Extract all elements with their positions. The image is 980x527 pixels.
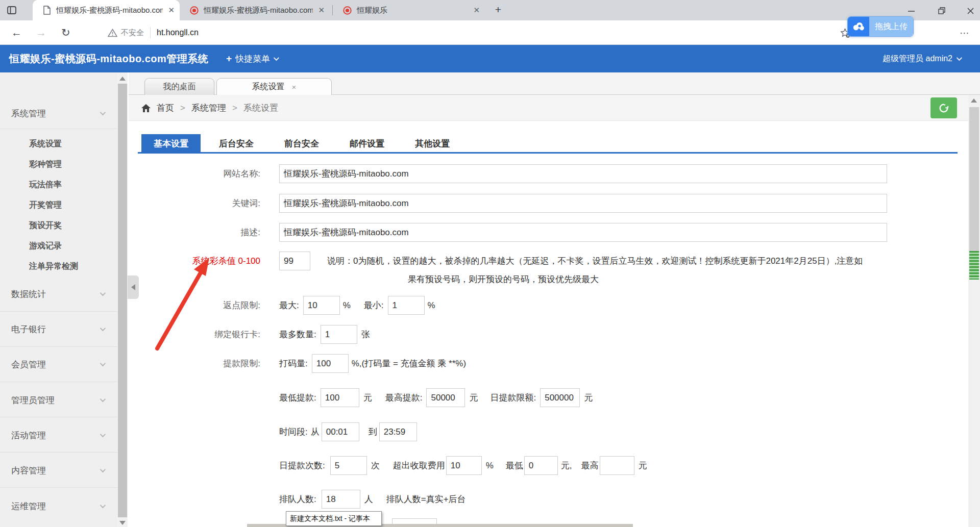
- sidebar-group-data-stats[interactable]: 数据统计: [0, 283, 117, 305]
- form-row-bank-card: 绑定银行卡: 最多数量: 张: [129, 325, 968, 344]
- scrollbar-green-marker: [969, 251, 979, 280]
- sidebar-group-ebank[interactable]: 电子银行: [0, 318, 117, 340]
- security-label: 不安全: [121, 28, 144, 38]
- rebate-min-label: 最小:: [364, 299, 384, 311]
- chevron-down-icon: [100, 325, 106, 331]
- sidebar-item-label: 彩种管理: [29, 159, 62, 170]
- sidebar-divider: [0, 311, 117, 312]
- browser-tab-strip: 恒耀娱乐-蜜桃源码-mitaobo.com ✕ 恒耀娱乐-蜜桃源码-mitaob…: [0, 0, 980, 20]
- url-text: ht.hongll.cn: [157, 28, 199, 37]
- kill-value-input[interactable]: [279, 252, 310, 270]
- breadcrumb-home[interactable]: 首页: [157, 102, 174, 114]
- browser-menu-icon[interactable]: ⋯: [960, 20, 969, 45]
- fee-min-input[interactable]: [524, 456, 558, 475]
- breadcrumb-section[interactable]: 系统管理: [191, 102, 226, 114]
- sidebar-item-draw-manage[interactable]: 开奖管理: [0, 195, 117, 215]
- sidebar-item-lottery-manage[interactable]: 彩种管理: [0, 154, 117, 174]
- chevron-down-icon: [100, 110, 106, 115]
- sidebar-item-game-records[interactable]: 游戏记录: [0, 236, 117, 256]
- chevron-down-icon: [100, 396, 106, 402]
- sidebar-scrollbar[interactable]: [117, 72, 128, 527]
- sidebar-group-content[interactable]: 内容管理: [0, 459, 117, 482]
- tab-frontend-security[interactable]: 前台安全: [272, 134, 331, 153]
- worktab-close-icon[interactable]: ×: [292, 83, 297, 91]
- tab-divider: [332, 5, 333, 15]
- max-withdraw-label: 最高提款:: [385, 392, 423, 404]
- sidebar-group-admins[interactable]: 管理员管理: [0, 389, 117, 411]
- tab-close-icon[interactable]: ✕: [473, 6, 480, 15]
- new-tab-button[interactable]: +: [491, 3, 505, 17]
- dama-input[interactable]: [312, 354, 349, 373]
- forward-icon[interactable]: →: [36, 20, 46, 45]
- tab-actions-icon[interactable]: [6, 5, 17, 16]
- home-icon: [141, 104, 151, 112]
- back-icon[interactable]: ←: [11, 20, 22, 45]
- period-from-input[interactable]: [322, 422, 359, 441]
- sidebar-item-system-settings[interactable]: 系统设置: [0, 134, 117, 154]
- quick-menu-button[interactable]: + 快捷菜单: [226, 45, 278, 72]
- min-withdraw-input[interactable]: [321, 388, 359, 407]
- scroll-up-icon[interactable]: [119, 77, 126, 81]
- times-input[interactable]: [330, 456, 367, 475]
- form-row-withdraw-amounts: 最低提款: 元 最高提款: 元 日提款限额: 元: [129, 388, 968, 407]
- refresh-button[interactable]: [930, 97, 957, 118]
- yuan-unit: 元: [584, 392, 593, 404]
- field-label: 关键词:: [129, 197, 260, 209]
- sidebar-divider: [0, 382, 117, 382]
- tab-mail-settings[interactable]: 邮件设置: [337, 134, 397, 153]
- netdisk-cloud-icon: [848, 17, 869, 36]
- window-close-button[interactable]: [962, 4, 979, 17]
- sidebar-item-preset-draw[interactable]: 预设开奖: [0, 215, 117, 236]
- sidebar-item-play-odds[interactable]: 玩法倍率: [0, 174, 117, 195]
- worktab-settings[interactable]: 系统设置 ×: [216, 78, 332, 95]
- tab-backend-security[interactable]: 后台安全: [207, 134, 266, 153]
- sidebar-collapse-handle[interactable]: [128, 275, 139, 299]
- window-minimize-button[interactable]: [902, 4, 920, 17]
- site-favicon-icon: [190, 6, 199, 15]
- browser-tab-3[interactable]: 恒耀娱乐 ✕: [335, 0, 485, 20]
- fee-max-input[interactable]: [600, 456, 634, 475]
- tab-close-icon[interactable]: ✕: [168, 6, 175, 15]
- rebate-max-input[interactable]: [303, 296, 340, 315]
- scroll-up-icon[interactable]: [971, 98, 977, 103]
- period-to-input[interactable]: [379, 422, 417, 441]
- rebate-min-input[interactable]: [388, 296, 425, 315]
- queue-label: 排队人数:: [279, 493, 316, 505]
- description-input[interactable]: [279, 223, 887, 242]
- sidebar-group-activities[interactable]: 活动管理: [0, 424, 117, 446]
- page-scrollbar[interactable]: [968, 95, 980, 527]
- keywords-input[interactable]: [279, 194, 887, 213]
- sidebar-group-system[interactable]: 系统管理: [0, 102, 117, 124]
- chevron-down-icon: [100, 432, 106, 437]
- daily-limit-input[interactable]: [540, 388, 580, 407]
- page-scrollbar-thumb[interactable]: [969, 107, 979, 251]
- address-bar[interactable]: 不安全 ht.hongll.cn: [108, 20, 199, 45]
- tab-close-icon[interactable]: ✕: [318, 6, 325, 15]
- form-row-keywords: 关键词:: [129, 194, 968, 213]
- reload-icon[interactable]: ↻: [61, 20, 70, 45]
- fee-input[interactable]: [446, 456, 482, 475]
- document-favicon-icon: [43, 6, 51, 15]
- sidebar-item-abnormal-bets[interactable]: 注单异常检测: [0, 256, 117, 277]
- website-name-input[interactable]: [279, 164, 887, 183]
- quick-menu-label: 快捷菜单: [235, 53, 270, 65]
- sidebar: 系统管理 系统设置 彩种管理 玩法倍率 开奖管理 预设开奖 游戏记录 注单异常检…: [0, 72, 117, 527]
- percent-sign: %: [486, 461, 494, 471]
- bank-qty-input[interactable]: [321, 325, 357, 344]
- browser-tab-2[interactable]: 恒耀娱乐-蜜桃源码-mitaobo.com ✕: [182, 0, 330, 20]
- sidebar-divider: [0, 452, 117, 453]
- queue-input[interactable]: [322, 490, 360, 509]
- min-withdraw-label: 最低提款:: [279, 392, 316, 404]
- window-restore-button[interactable]: [933, 4, 950, 17]
- tab-basic-settings[interactable]: 基本设置: [141, 134, 201, 153]
- browser-tab-1[interactable]: 恒耀娱乐-蜜桃源码-mitaobo.com ✕: [33, 0, 180, 20]
- upload-overlay[interactable]: 拖拽上传: [847, 16, 914, 37]
- worktab-desktop[interactable]: 我的桌面: [144, 78, 214, 95]
- sidebar-group-ops[interactable]: 运维管理: [0, 495, 117, 517]
- scroll-down-icon[interactable]: [119, 521, 126, 525]
- max-withdraw-input[interactable]: [426, 388, 465, 407]
- sidebar-group-members[interactable]: 会员管理: [0, 353, 117, 375]
- tab-other-settings[interactable]: 其他设置: [403, 134, 462, 153]
- sidebar-scrollbar-thumb[interactable]: [118, 84, 127, 517]
- user-menu[interactable]: 超级管理员 admin2: [883, 45, 961, 72]
